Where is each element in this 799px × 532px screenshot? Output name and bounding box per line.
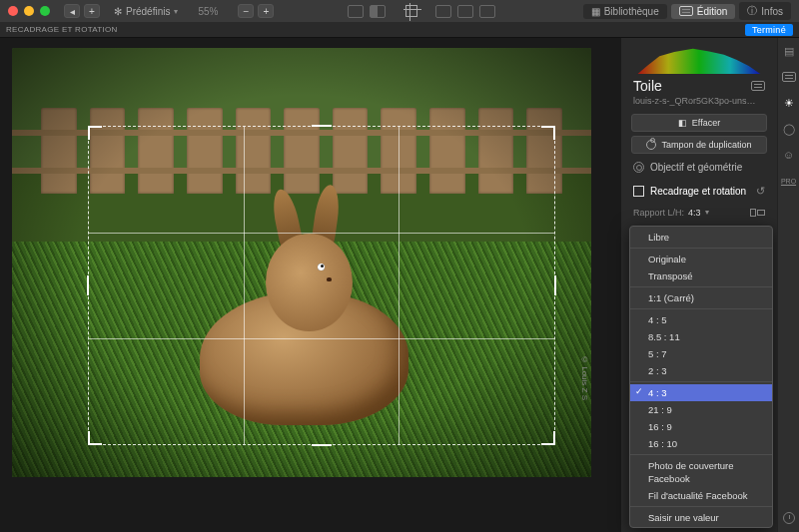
titlebar: ◂ + ✻ Prédéfinis ▾ 55% − + ▦ Bibliothèqu… (0, 0, 799, 22)
view-single-icon[interactable] (348, 5, 364, 18)
crop-handle-bottom[interactable] (312, 444, 332, 446)
orientation-toggle-icon[interactable] (750, 209, 765, 217)
adjust-tool-icon[interactable] (782, 70, 796, 84)
mode-strip: RECADRAGE ET ROTATION Terminé (0, 22, 799, 38)
aspect-ratio-option[interactable]: 16 : 10 (630, 435, 772, 452)
face-tool-icon[interactable]: ☺ (782, 148, 796, 162)
done-button[interactable]: Terminé (745, 24, 793, 36)
aspect-ratio-dropdown: LibreOriginaleTransposé1:1 (Carré)4 : 58… (629, 226, 773, 528)
lens-geometry-row[interactable]: Objectif et géométrie (621, 156, 777, 179)
aspect-ratio-option[interactable]: Libre (630, 229, 772, 246)
canvas-area[interactable]: © Louis Z S (0, 38, 621, 532)
crop-rotation-row[interactable]: Recadrage et rotation ↺ (621, 179, 777, 204)
sliders-icon (679, 6, 693, 16)
aspect-ratio-option[interactable]: 2 : 3 (630, 362, 772, 379)
crop-handle-tr[interactable] (541, 126, 555, 140)
lens-icon (633, 162, 644, 173)
aspect-ratio-option[interactable]: ✓4 : 3 (630, 384, 772, 401)
history-icon[interactable] (783, 512, 795, 524)
pro-badge[interactable]: PRO (782, 174, 796, 188)
workspace: © Louis Z S Toile louis-z-s-_QRor5GK3po-… (0, 38, 799, 532)
crop-handle-br[interactable] (541, 431, 555, 445)
crop-handle-right[interactable] (554, 275, 556, 295)
layers-tool-icon[interactable]: ▤ (782, 44, 796, 58)
close-window-icon[interactable] (8, 6, 18, 16)
crop-tool-icon[interactable] (405, 5, 417, 17)
aspect-ratio-option[interactable]: 1:1 (Carré) (630, 289, 772, 306)
view-split-icon[interactable] (370, 5, 386, 18)
aspect-ratio-option[interactable]: 8.5 : 11 (630, 328, 772, 345)
grid-icon: ▦ (591, 6, 600, 17)
crop-handle-bl[interactable] (88, 431, 102, 445)
zoom-out-button[interactable]: − (238, 4, 254, 18)
chevron-down-icon: ▾ (174, 7, 178, 16)
zoom-level[interactable]: 55% (198, 6, 218, 17)
filename-label: louis-z-s-_QRor5GK3po-uns… (621, 96, 777, 112)
tab-edit[interactable]: Édition (671, 4, 736, 19)
check-icon: ✓ (635, 385, 643, 398)
clone-stamp-icon (646, 140, 656, 150)
info-icon: ⓘ (747, 4, 757, 18)
adjustments-panel: Toile louis-z-s-_QRor5GK3po-uns… ◧ Effac… (621, 38, 799, 532)
crop-handle-left[interactable] (87, 275, 89, 295)
presets-dropdown[interactable]: Prédéfinis (126, 6, 170, 17)
add-button[interactable]: + (84, 4, 100, 18)
tool-strip: ▤ ☀ ◯ ☺ PRO (777, 38, 799, 532)
aspect-ratio-option[interactable]: Originale (630, 251, 772, 267)
aspect-ratio-option[interactable]: Transposé (630, 267, 772, 284)
panel-section-title: Toile (621, 74, 777, 96)
tab-info[interactable]: ⓘ Infos (739, 2, 791, 20)
zoom-in-button[interactable]: + (258, 4, 274, 18)
aspect-ratio-row[interactable]: Rapport L/H: 4:3 ▾ (621, 204, 777, 224)
aspect-ratio-option[interactable]: Saisir une valeur personnalisée… (630, 509, 772, 528)
tab-library[interactable]: ▦ Bibliothèque (583, 4, 667, 19)
crop-handle-top[interactable] (312, 125, 332, 127)
screen-a-icon[interactable] (435, 5, 451, 18)
mode-label: RECADRAGE ET ROTATION (6, 25, 118, 34)
maximize-window-icon[interactable] (40, 6, 50, 16)
aspect-ratio-option[interactable]: Fil d'actualité Facebook (630, 487, 772, 504)
back-button[interactable]: ◂ (64, 4, 80, 18)
presets-icon: ✻ (114, 6, 122, 17)
aspect-ratio-option[interactable]: Photo de couverture Facebook (630, 457, 772, 487)
screen-c-icon[interactable] (479, 5, 495, 18)
color-tool-icon[interactable]: ◯ (782, 122, 796, 136)
exposure-tool-icon[interactable]: ☀ (782, 96, 796, 110)
erase-button[interactable]: ◧ Effacer (631, 114, 767, 132)
aspect-ratio-option[interactable]: 5 : 7 (630, 345, 772, 362)
window-controls (8, 6, 50, 16)
crop-frame[interactable] (88, 126, 555, 445)
chevron-down-icon: ▾ (705, 208, 709, 217)
histogram[interactable] (621, 38, 777, 74)
aspect-ratio-option[interactable]: 4 : 5 (630, 311, 772, 328)
aspect-ratio-option[interactable]: 16 : 9 (630, 418, 772, 435)
clone-stamp-button[interactable]: Tampon de duplication (631, 136, 767, 154)
aspect-ratio-option[interactable]: 21 : 9 (630, 401, 772, 418)
reset-icon[interactable]: ↺ (756, 185, 765, 198)
crop-handle-tl[interactable] (88, 126, 102, 140)
eraser-icon: ◧ (678, 118, 687, 128)
adjust-sliders-icon[interactable] (751, 81, 765, 91)
crop-icon (633, 186, 644, 197)
minimize-window-icon[interactable] (24, 6, 34, 16)
screen-b-icon[interactable] (457, 5, 473, 18)
